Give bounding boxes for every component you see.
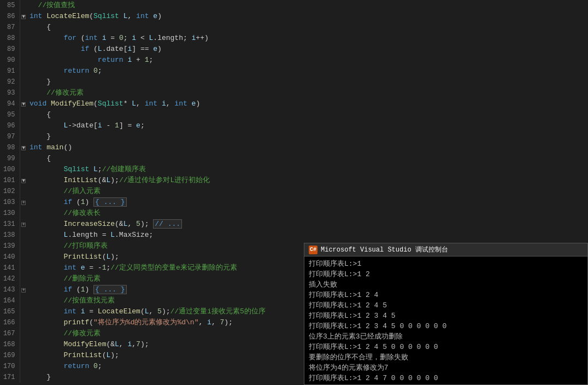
fold-indicator bbox=[20, 153, 27, 164]
table-row: 142 //删除元素 bbox=[0, 273, 301, 284]
fold-indicator bbox=[20, 350, 27, 361]
code-content: PrintList(L); bbox=[27, 350, 301, 361]
fold-indicator bbox=[20, 77, 27, 88]
line-number: 139 bbox=[0, 241, 20, 252]
line-number: 99 bbox=[0, 153, 20, 164]
code-content: //修改元素 bbox=[27, 88, 301, 98]
fold-indicator[interactable]: + bbox=[20, 219, 27, 230]
code-content: L->date[i - 1] = e; bbox=[27, 120, 301, 131]
fold-indicator bbox=[20, 186, 27, 197]
code-content: if (L.date[i] == e) bbox=[27, 44, 301, 55]
table-row: 140 PrintList(L); bbox=[0, 252, 301, 262]
code-content: { bbox=[27, 153, 301, 164]
code-panel[interactable]: 85 //按值查找86▼int LocateElem(Sqlist L, int… bbox=[0, 0, 301, 385]
debug-title-text: Microsoft Visual Studio 调试控制台 bbox=[321, 245, 448, 254]
table-row: 139 //打印顺序表 bbox=[0, 241, 301, 252]
fold-indicator bbox=[20, 262, 27, 273]
line-number: 103 bbox=[0, 197, 20, 208]
code-content: { bbox=[27, 22, 301, 33]
debug-output-line: 打印顺序表L:>1 2 3 4 5 bbox=[309, 311, 583, 321]
line-number: 143 bbox=[0, 284, 20, 295]
debug-output-line: 打印顺序表L:>1 2 4 7 0 0 0 0 0 0 bbox=[309, 373, 583, 383]
code-content: //按值查找 bbox=[27, 0, 301, 11]
code-content: } bbox=[27, 77, 301, 88]
fold-indicator bbox=[20, 252, 27, 262]
code-content: //按值查找元素 bbox=[27, 295, 301, 306]
fold-indicator[interactable]: ▼ bbox=[20, 175, 27, 186]
table-row: 92 } bbox=[0, 77, 301, 88]
table-row: 85 //按值查找 bbox=[0, 0, 301, 11]
fold-indicator[interactable]: ▼ bbox=[20, 11, 27, 22]
line-number: 170 bbox=[0, 361, 20, 372]
line-number: 85 bbox=[0, 0, 20, 11]
line-number: 86 bbox=[0, 11, 20, 22]
table-row: 164 //按值查找元素 bbox=[0, 295, 301, 306]
line-number: 138 bbox=[0, 230, 20, 241]
code-content: void ModifyElem(Sqlist* L, int i, int e) bbox=[27, 98, 301, 109]
code-content: return i + 1; bbox=[27, 55, 301, 66]
code-content: return 0; bbox=[27, 66, 301, 77]
fold-indicator bbox=[20, 306, 27, 317]
table-row: 93 //修改元素 bbox=[0, 88, 301, 98]
fold-indicator bbox=[20, 109, 27, 120]
table-row: 170 return 0; bbox=[0, 361, 301, 372]
debug-output-line: 打印顺序表L:>1 bbox=[309, 259, 583, 269]
code-content: IncreaseSize(&L, 5); // ... bbox=[27, 219, 301, 230]
code-content: int e = -1;//定义同类型的变量e来记录删除的元素 bbox=[27, 262, 301, 273]
table-row: 86▼int LocateElem(Sqlist L, int e) bbox=[0, 11, 301, 22]
fold-indicator bbox=[20, 295, 27, 306]
code-content: //修改表长 bbox=[27, 208, 301, 219]
line-number: 102 bbox=[0, 186, 20, 197]
table-row: 96 L->date[i - 1] = e; bbox=[0, 120, 301, 131]
line-number: 97 bbox=[0, 131, 20, 142]
fold-indicator bbox=[20, 372, 27, 383]
fold-indicator bbox=[20, 273, 27, 284]
table-row: 103+ if (1) { ... } bbox=[0, 197, 301, 208]
code-content: //打印顺序表 bbox=[27, 241, 301, 252]
code-content: printf("将位序为%d的元素修改为%d\n", i, 7); bbox=[27, 317, 301, 328]
code-content: } bbox=[27, 131, 301, 142]
line-number: 90 bbox=[0, 55, 20, 66]
fold-indicator bbox=[20, 230, 27, 241]
table-row: 171 } bbox=[0, 372, 301, 383]
table-row: 91 return 0; bbox=[0, 66, 301, 77]
line-number: 167 bbox=[0, 328, 20, 339]
line-number: 168 bbox=[0, 339, 20, 350]
table-row: 94▼void ModifyElem(Sqlist* L, int i, int… bbox=[0, 98, 301, 109]
debug-output-line: 打印顺序表L:>1 2 bbox=[309, 269, 583, 279]
code-content: L.length = L.MaxSize; bbox=[27, 230, 301, 241]
table-row: 89 if (L.date[i] == e) bbox=[0, 44, 301, 55]
fold-indicator bbox=[20, 44, 27, 55]
fold-indicator[interactable]: + bbox=[20, 197, 27, 208]
table-row: 165 int i = LocateElem(L, 5);//通过变量i接收元素… bbox=[0, 306, 301, 317]
code-content: return 0; bbox=[27, 361, 301, 372]
table-row: 131+ IncreaseSize(&L, 5); // ... bbox=[0, 219, 301, 230]
debug-output-line: 位序3上的元素3已经成功删除 bbox=[309, 331, 583, 342]
line-number: 87 bbox=[0, 22, 20, 33]
code-content: PrintList(L); bbox=[27, 252, 301, 262]
code-content: //插入元素 bbox=[27, 186, 301, 197]
code-content: int main() bbox=[27, 142, 301, 153]
fold-indicator[interactable]: ▼ bbox=[20, 98, 27, 109]
line-number: 100 bbox=[0, 164, 20, 175]
debug-console: C# Microsoft Visual Studio 调试控制台 打印顺序表L:… bbox=[304, 243, 588, 385]
fold-indicator bbox=[20, 131, 27, 142]
table-row: 130 //修改表长 bbox=[0, 208, 301, 219]
table-row: 167 //修改元素 bbox=[0, 328, 301, 339]
line-number: 101 bbox=[0, 175, 20, 186]
table-row: 88 for (int i = 0; i < L.length; i++) bbox=[0, 33, 301, 44]
table-row: 101▼ InitList(&L);//通过传址参对L进行初始化 bbox=[0, 175, 301, 186]
line-number: 88 bbox=[0, 33, 20, 44]
code-content: for (int i = 0; i < L.length; i++) bbox=[27, 33, 301, 44]
table-row: 97 } bbox=[0, 131, 301, 142]
debug-output-line: 打印顺序表L:>1 2 3 4 5 0 0 0 0 0 0 bbox=[309, 321, 583, 331]
table-row: 90 return i + 1; bbox=[0, 55, 301, 66]
code-table: 85 //按值查找86▼int LocateElem(Sqlist L, int… bbox=[0, 0, 301, 383]
code-content: Sqlist L;//创建顺序表 bbox=[27, 164, 301, 175]
debug-title-bar: C# Microsoft Visual Studio 调试控制台 bbox=[304, 243, 587, 256]
line-number: 166 bbox=[0, 317, 20, 328]
debug-output[interactable]: 打印顺序表L:>1打印顺序表L:>1 2插入失败打印顺序表L:>1 2 4打印顺… bbox=[304, 256, 587, 384]
table-row: 98▼int main() bbox=[0, 142, 301, 153]
fold-indicator[interactable]: + bbox=[20, 284, 27, 295]
fold-indicator[interactable]: ▼ bbox=[20, 142, 27, 153]
